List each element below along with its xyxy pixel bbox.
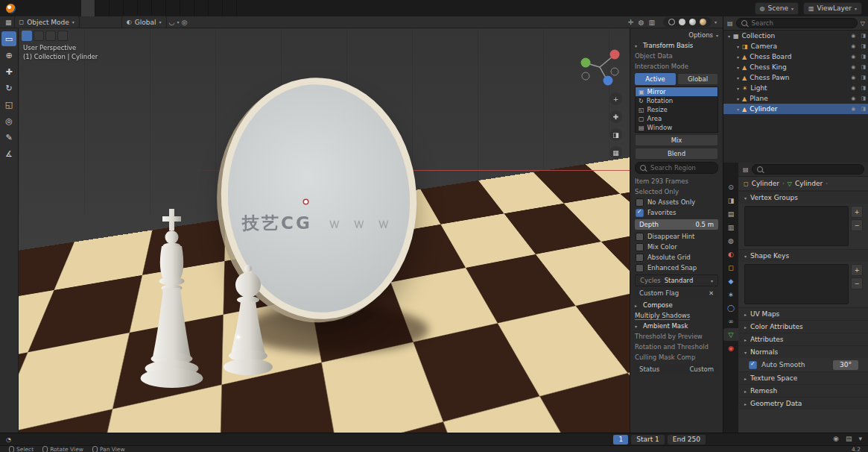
disclosure-icon[interactable]: ▾: [737, 75, 739, 81]
toggle-grid-icon[interactable]: ▦: [609, 146, 622, 159]
chevron-down-icon[interactable]: ▾: [858, 435, 862, 442]
timeline-editor-icon[interactable]: ◔: [6, 436, 11, 443]
tab-world[interactable]: ◐: [723, 248, 738, 260]
panel-attributes[interactable]: Attributes: [738, 333, 868, 345]
section-multiply[interactable]: Multiply Shadows: [635, 312, 690, 320]
start-frame-field[interactable]: Start 1: [631, 435, 665, 445]
hide-viewport-icon[interactable]: ◉: [851, 75, 855, 81]
workspace-tab[interactable]: [95, 0, 110, 16]
overlays-icon[interactable]: ◍: [639, 19, 644, 26]
3d-viewport[interactable]: ✦ User Perspective (1) Collection | Cyli…: [19, 28, 630, 433]
hide-viewport-icon[interactable]: ◉: [851, 33, 855, 39]
tab-data[interactable]: ▽: [723, 328, 738, 341]
outliner-editor-icon[interactable]: ▤: [727, 20, 733, 27]
properties-editor-icon[interactable]: ▤: [743, 166, 749, 173]
tool-move[interactable]: ✚: [1, 64, 16, 79]
flag-field[interactable]: Custom Flag ✕: [635, 288, 718, 298]
auto-keying-icon[interactable]: ◉: [833, 435, 839, 442]
outliner-search-input[interactable]: [750, 19, 852, 28]
chess-king-object[interactable]: [129, 204, 215, 391]
tab-constraints[interactable]: ∞: [723, 315, 738, 327]
camera-view-icon[interactable]: ◨: [609, 128, 622, 141]
clear-icon[interactable]: ✕: [709, 289, 714, 297]
editor-type-icon[interactable]: ▦: [5, 19, 12, 26]
chevron-down-icon[interactable]: ▾: [715, 19, 717, 25]
hide-render-icon[interactable]: ◨: [861, 54, 866, 60]
shape-keys-list[interactable]: [744, 264, 849, 304]
outliner-item[interactable]: ▾ ☀ Light ◉ ◨: [723, 83, 868, 93]
select-mode-circle-icon[interactable]: [45, 31, 56, 41]
tool-measure[interactable]: ∡: [1, 146, 16, 161]
checkbox-row[interactable]: Favorites: [630, 207, 723, 218]
outliner-item[interactable]: ▾ ▲ Chess Pawn ◉ ◨: [723, 72, 868, 83]
sync-icon[interactable]: ▤: [846, 435, 852, 442]
options-dropdown[interactable]: Options ▾: [630, 30, 723, 40]
tool-cursor[interactable]: ⊕: [1, 48, 16, 63]
panel-shape-keys[interactable]: Shape Keys: [738, 249, 868, 262]
checkbox-row[interactable]: No Assets Only: [630, 197, 723, 207]
hide-render-icon[interactable]: ◨: [861, 106, 866, 112]
tab-physics[interactable]: ◯: [723, 301, 738, 314]
solid-shading-icon[interactable]: [679, 19, 685, 25]
remove-icon[interactable]: −: [851, 277, 863, 289]
hide-render-icon[interactable]: ◨: [861, 85, 866, 91]
workspace-tab[interactable]: [180, 0, 194, 16]
outliner-item[interactable]: ▾ ▲ Chess Board ◉ ◨: [723, 51, 868, 62]
list-item[interactable]: ◱ Resize: [636, 105, 717, 114]
current-frame-field[interactable]: 1: [613, 435, 628, 445]
proportional-editing-icon[interactable]: ◎: [181, 19, 187, 26]
mode-dropdown[interactable]: ◻ Object Mode ▾: [14, 16, 80, 28]
hide-viewport-icon[interactable]: ◉: [851, 106, 855, 112]
sidebar-search-input[interactable]: [649, 163, 713, 172]
outliner-item[interactable]: ▾ ◨ Camera ◉ ◨: [723, 41, 868, 51]
select-mode-tweak-icon[interactable]: [22, 31, 32, 41]
checkbox[interactable]: [749, 361, 757, 369]
disclosure-icon[interactable]: ▾: [728, 34, 730, 39]
checkbox-row[interactable]: Mix Color: [630, 242, 723, 252]
outliner-item[interactable]: ▾ ▲ Chess King ◉ ◨: [723, 62, 868, 72]
blender-logo-icon[interactable]: [6, 4, 16, 13]
select-mode-lasso-icon[interactable]: [57, 31, 68, 41]
list-item[interactable]: ▣ Mirror: [636, 87, 717, 96]
disclosure-icon[interactable]: ▾: [737, 96, 739, 101]
checkbox[interactable]: [636, 264, 644, 272]
workspace-tab[interactable]: [194, 0, 209, 16]
tab-particles[interactable]: ∗: [723, 288, 738, 301]
tab-modifiers[interactable]: ◆: [723, 274, 738, 287]
workspace-tab[interactable]: [81, 0, 95, 16]
checkbox-row[interactable]: Enhanced Snap: [630, 263, 723, 273]
tab-object[interactable]: ◻: [723, 261, 738, 274]
zoom-icon[interactable]: +: [609, 92, 622, 105]
blend-button[interactable]: Blend: [635, 148, 718, 160]
hide-viewport-icon[interactable]: ◉: [851, 64, 855, 70]
disclosure-icon[interactable]: ▾: [737, 65, 739, 70]
tool-annotate[interactable]: ✎: [1, 130, 16, 145]
disclosure-icon[interactable]: ▾: [737, 107, 739, 112]
panel-header[interactable]: Transform Basis: [630, 40, 723, 51]
tab-output[interactable]: ▤: [723, 207, 738, 220]
tab-render[interactable]: ◨: [723, 194, 738, 207]
auto-smooth-angle-field[interactable]: 30°: [833, 360, 858, 370]
hide-viewport-icon[interactable]: ◉: [851, 43, 855, 49]
filter-icon[interactable]: ▽: [861, 20, 865, 27]
panel-color-attributes[interactable]: Color Attributes: [738, 320, 868, 333]
depth-field[interactable]: Depth 0.5 m: [635, 219, 718, 230]
add-icon[interactable]: +: [851, 264, 863, 276]
tab-view-layer[interactable]: ▥: [723, 221, 738, 233]
vertex-groups-list[interactable]: [744, 206, 849, 246]
workspace-tab[interactable]: [138, 0, 152, 16]
list-item[interactable]: ▤ Window: [636, 123, 717, 132]
hide-viewport-icon[interactable]: ◉: [851, 54, 855, 60]
tab-tool[interactable]: ⊙: [723, 181, 738, 193]
list-item[interactable]: ▢ Area: [636, 114, 717, 123]
sidebar-search[interactable]: [635, 162, 718, 174]
panel-vertex-groups[interactable]: Vertex Groups: [738, 191, 868, 204]
navigation-gizmo[interactable]: [576, 40, 624, 88]
add-icon[interactable]: +: [851, 206, 863, 218]
workspace-tab[interactable]: [110, 0, 124, 16]
tab-material[interactable]: ◉: [723, 342, 738, 354]
disclosure-icon[interactable]: ▾: [737, 44, 739, 49]
remove-icon[interactable]: −: [851, 219, 863, 231]
list-item[interactable]: ↻ Rotation: [636, 96, 717, 105]
disclosure-icon[interactable]: ▾: [737, 54, 739, 60]
